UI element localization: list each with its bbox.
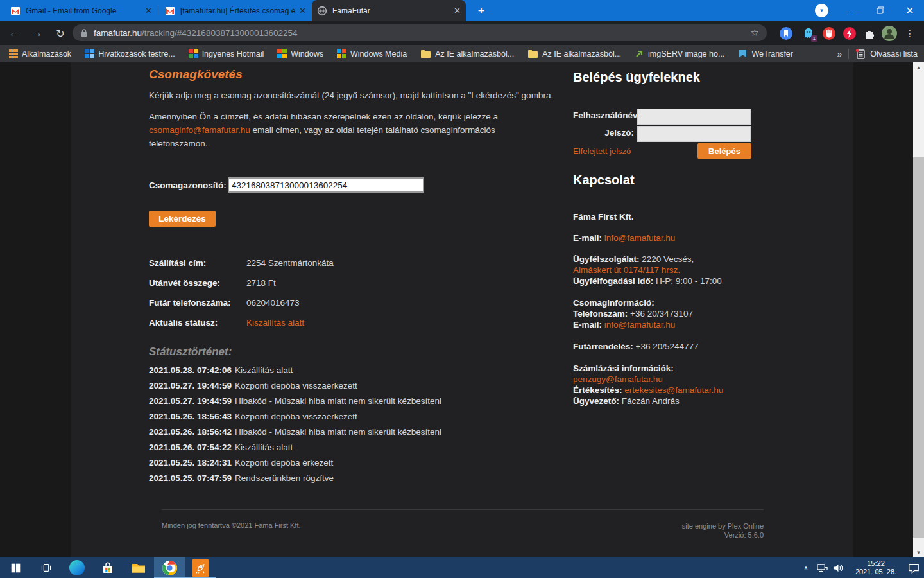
network-icon[interactable]	[816, 563, 828, 574]
package-id-label: Csomagazonosító:	[149, 180, 227, 190]
edge-taskbar-button[interactable]	[62, 557, 92, 578]
forward-button[interactable]: →	[28, 25, 46, 42]
detail-label: Aktuális státusz:	[149, 318, 218, 328]
sales-email-link[interactable]: ertekesites@famafutar.hu	[624, 385, 723, 395]
chrome-icon	[162, 560, 178, 576]
tab-separator	[158, 6, 158, 15]
contact-email-link[interactable]: info@famafutar.hu	[604, 233, 676, 243]
scroll-down-arrow[interactable]: ▼	[913, 548, 924, 557]
bookmarks-overflow-chevron[interactable]: »	[837, 49, 843, 59]
page-scrollbar[interactable]: ▲ ▼	[913, 62, 924, 557]
clock-date: 2021. 05. 28.	[848, 568, 903, 576]
browser-toolbar: ← → ↻ famafutar.hu/tracking/#43216803871…	[0, 21, 924, 45]
footer-engine: site engine by Plex Online Verzió: 5.6.0	[682, 521, 764, 539]
csomaginfo-email-link[interactable]: csomaginfo@famafutar.hu	[149, 125, 250, 135]
ceo-row: Ügyvezető: Fáczán András	[573, 396, 680, 407]
reload-button[interactable]: ↻	[51, 25, 69, 42]
windows-media-icon	[337, 49, 346, 58]
hotmail-icon	[189, 49, 198, 58]
extensions-puzzle-icon[interactable]	[863, 27, 876, 40]
bookmark-wetransfer[interactable]: WeTransfer	[738, 49, 793, 58]
volume-icon[interactable]	[832, 563, 844, 574]
password-input[interactable]	[637, 126, 751, 142]
history-row: 2021.05.26. 18:56:43Központi depóba viss…	[149, 409, 441, 425]
bookmark-windows[interactable]: Windows	[277, 49, 323, 58]
history-timestamp: 2021.05.27. 19:44:59	[149, 381, 232, 390]
address-bar[interactable]: famafutar.hu/tracking/#43216803871300001…	[73, 24, 767, 41]
scrollbar-thumb[interactable]	[913, 157, 924, 538]
action-center-icon[interactable]	[907, 562, 920, 574]
folder-icon	[527, 49, 538, 58]
bookmark-label: Az IE alkalmazásból...	[542, 49, 621, 58]
task-view-button[interactable]	[31, 557, 62, 578]
scroll-up-arrow[interactable]: ▲	[913, 63, 924, 72]
page-title: Csomagkövetés	[149, 67, 243, 82]
history-timestamp: 2021.05.28. 07:42:06	[149, 365, 232, 375]
restore-icon	[877, 6, 884, 14]
tab-gmail[interactable]: Gmail - Email from Google ✕	[5, 0, 157, 21]
tab-search-icon[interactable]: ▼	[815, 4, 828, 17]
bookmark-links[interactable]: Hivatkozások testre...	[85, 49, 175, 58]
username-row: Felhasználónév:	[573, 109, 753, 123]
start-button[interactable]	[0, 557, 31, 578]
detail-label: Futár telefonszáma:	[149, 298, 231, 308]
contact-company: Fáma First Kft.	[573, 211, 634, 222]
reading-list-label: Olvasási lista	[870, 49, 918, 58]
lightning-extension-icon[interactable]	[843, 27, 856, 40]
window-close-button[interactable]: ✕	[895, 0, 924, 21]
bookmark-hotmail[interactable]: Ingyenes Hotmail	[189, 49, 264, 58]
bookmark-label: Hivatkozások testre...	[98, 49, 175, 58]
profile-avatar[interactable]	[882, 26, 894, 39]
package-id-input[interactable]	[228, 177, 424, 193]
chrome-taskbar-button[interactable]	[154, 557, 185, 578]
footer-divider	[162, 509, 764, 510]
ghostery-extension-icon[interactable]: 1	[802, 27, 815, 40]
contact-email2-link[interactable]: info@famafutar.hu	[604, 320, 676, 329]
history-row: 2021.05.25. 18:24:31Központi depóba érke…	[149, 455, 441, 471]
bookmark-ie-folder-1[interactable]: Az IE alkalmazásból...	[420, 49, 514, 58]
back-button[interactable]: ←	[5, 25, 23, 42]
task-view-icon	[40, 562, 52, 574]
rocket-app-button[interactable]	[185, 557, 216, 578]
lock-icon	[80, 28, 88, 37]
billing-email-link[interactable]: penzugy@famafutar.hu	[573, 374, 663, 384]
tab-famafutar-mail[interactable]: [famafutar.hu] Értesítés csomag é ✕	[160, 0, 311, 21]
tab-close-icon[interactable]: ✕	[299, 6, 306, 15]
bookmark-imgserv[interactable]: imgSERV image ho...	[635, 49, 724, 58]
tray-chevron-icon[interactable]: ∧	[800, 565, 812, 572]
window-minimize-button[interactable]: –	[835, 0, 865, 21]
store-icon	[101, 561, 115, 575]
bookmark-star-icon[interactable]: ☆	[751, 27, 759, 39]
history-timestamp: 2021.05.26. 07:54:22	[149, 442, 232, 452]
taskbar-clock[interactable]: 15:22 2021. 05. 28.	[848, 559, 903, 576]
tab-close-icon[interactable]: ✕	[454, 6, 461, 15]
reading-list-button[interactable]: Olvasási lista	[855, 49, 918, 59]
bookmark-windows-media[interactable]: Windows Media	[337, 49, 407, 58]
forgot-password-link[interactable]: Elfelejtett jelszó	[573, 146, 631, 156]
tab-title: Gmail - Email from Google	[26, 6, 141, 15]
company-name: Fáma First Kft.	[573, 212, 634, 222]
bookmark-ie-folder-2[interactable]: Az IE alkalmazásból...	[527, 49, 621, 58]
tab-close-icon[interactable]: ✕	[145, 6, 152, 15]
bookmark-extension-icon[interactable]	[780, 27, 792, 40]
username-input[interactable]	[637, 109, 751, 125]
courier-label: Futárrendelés:	[573, 342, 633, 351]
adblock-hand-extension-icon[interactable]	[823, 27, 835, 40]
query-button[interactable]: Lekérdezés	[149, 211, 216, 227]
detail-value: 2718 Ft	[246, 278, 276, 288]
history-status: Központi depóba visszaérkezett	[235, 412, 357, 421]
store-taskbar-button[interactable]	[92, 557, 123, 578]
login-button[interactable]: Belépés	[697, 143, 751, 159]
package-info-block: Csomaginformáció: Telefonszám: +36 20/34…	[573, 297, 693, 330]
bookmark-apps[interactable]: Alkalmazások	[9, 49, 71, 58]
window-restore-button[interactable]	[866, 0, 895, 21]
file-explorer-button[interactable]	[123, 557, 154, 578]
history-timestamp: 2021.05.26. 18:56:43	[149, 412, 232, 421]
new-tab-button[interactable]: +	[473, 3, 490, 19]
tab-famafutar-active[interactable]: FámaFutár ✕	[312, 0, 466, 21]
login-title: Belépés ügyfeleknek	[573, 70, 700, 85]
chrome-menu-icon[interactable]: ⋮	[903, 26, 916, 40]
history-timestamp: 2021.05.25. 07:47:59	[149, 473, 232, 483]
support-address-link[interactable]: Almáskert út 0174/117 hrsz.	[573, 265, 680, 275]
rocket-app-icon	[192, 559, 209, 577]
